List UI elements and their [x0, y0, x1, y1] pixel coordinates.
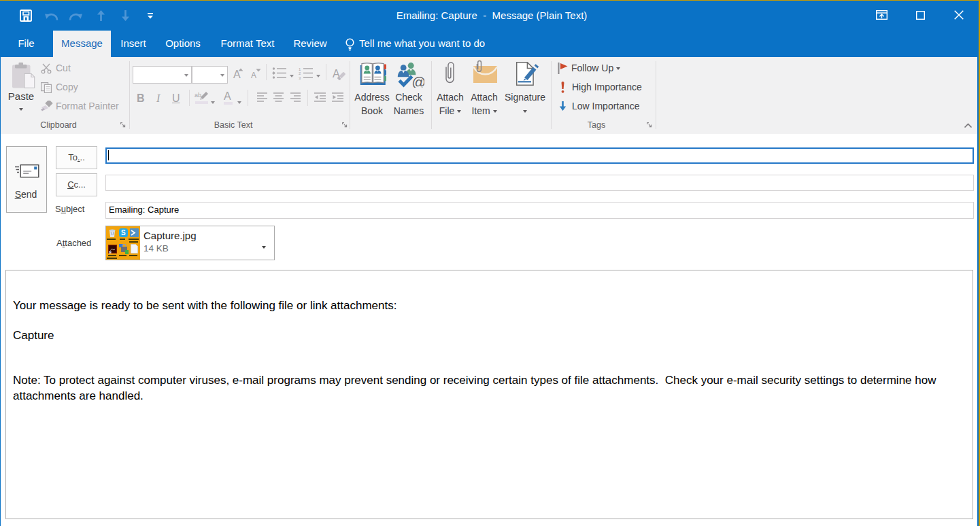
svg-text:S: S: [121, 229, 126, 236]
svg-text:3: 3: [299, 76, 301, 80]
svg-text:1: 1: [299, 67, 301, 71]
svg-text:@: @: [412, 74, 425, 88]
svg-text:ab: ab: [195, 92, 201, 99]
svg-text:2: 2: [299, 71, 301, 75]
